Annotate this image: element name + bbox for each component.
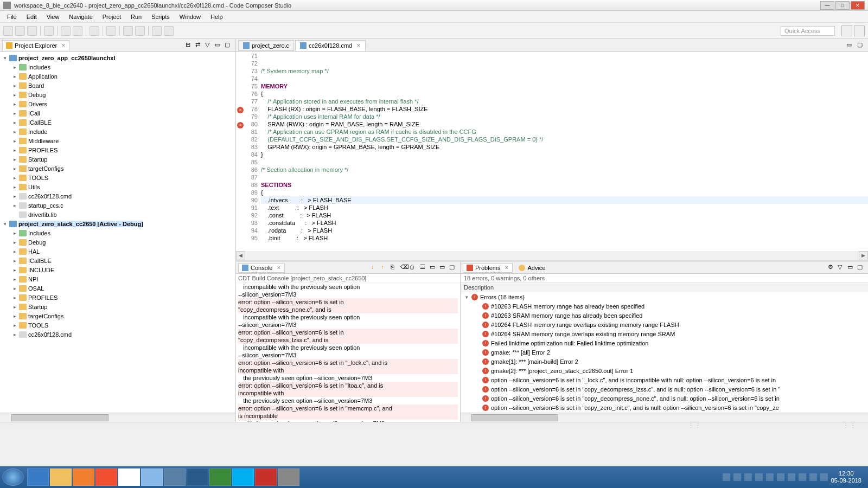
- problems-list[interactable]: ▾!Errors (18 items)!#10263 FLASH memory …: [461, 292, 868, 413]
- build-button[interactable]: [44, 26, 54, 36]
- console-tab[interactable]: Console ✕: [238, 263, 285, 273]
- tree-item[interactable]: ▸Startup: [0, 302, 235, 311]
- taskbar-media-icon[interactable]: [73, 468, 94, 486]
- sash-handle-icon[interactable]: ⋮⋮: [688, 422, 702, 428]
- tree-item[interactable]: ▸cc26x0f128.cmd: [0, 191, 235, 201]
- tree-item[interactable]: ▾project_zero_app_cc2650launchxl: [0, 53, 235, 62]
- close-button[interactable]: ✕: [851, 1, 865, 10]
- code-line[interactable]: /* Section allocation in memory */: [261, 166, 868, 174]
- close-icon[interactable]: ✕: [277, 265, 281, 271]
- code-line[interactable]: GPRAM (RWX): origin = GPRAM_BASE, length…: [261, 143, 868, 151]
- problem-item[interactable]: !gmake[2]: *** [project_zero_stack_cc265…: [461, 366, 868, 375]
- error-marker-icon[interactable]: ×: [237, 107, 244, 113]
- advice-tab[interactable]: Advice: [515, 263, 549, 273]
- view-menu-icon[interactable]: ▽: [838, 264, 846, 272]
- problem-item[interactable]: !option --silicon_version=6 is set in "c…: [461, 384, 868, 394]
- maximize-button[interactable]: □: [835, 1, 850, 10]
- problem-item[interactable]: !option --silicon_version=6 is set in "c…: [461, 403, 868, 412]
- code-line[interactable]: [261, 158, 868, 166]
- taskbar-pdf-icon[interactable]: [255, 468, 277, 486]
- taskbar-skype-icon[interactable]: [232, 468, 254, 486]
- project-explorer-tab[interactable]: Project Explorer ✕: [2, 40, 69, 50]
- taskbar-vbox-icon[interactable]: [278, 468, 299, 486]
- filter-icon[interactable]: ⚙: [828, 264, 837, 272]
- expand-icon[interactable]: ▸: [12, 111, 17, 116]
- menu-file[interactable]: File: [2, 12, 22, 22]
- maximize-panel-icon[interactable]: ▢: [225, 41, 233, 50]
- editor-tab[interactable]: project_zero.c: [238, 40, 294, 51]
- tree-item[interactable]: ▸Board: [0, 81, 235, 90]
- tree-item[interactable]: ▸Include: [0, 127, 235, 136]
- start-button[interactable]: [2, 468, 24, 486]
- sash-handle-icon[interactable]: ⋮⋮: [843, 422, 857, 428]
- horizontal-scrollbar[interactable]: [461, 413, 868, 422]
- code-line[interactable]: [261, 60, 868, 67]
- tree-item[interactable]: ▸cc26x0f128.cmd: [0, 330, 235, 339]
- problem-item[interactable]: !#10264 SRAM memory range overlaps exist…: [461, 329, 868, 338]
- tree-item[interactable]: ▸PROFILES: [0, 145, 235, 155]
- expand-icon[interactable]: ▸: [12, 175, 17, 181]
- tray-icon[interactable]: [766, 473, 774, 481]
- tree-item[interactable]: ▸Utils: [0, 182, 235, 191]
- problem-item[interactable]: !#10263 FLASH memory range has already b…: [461, 301, 868, 311]
- error-marker-icon[interactable]: ×: [237, 122, 244, 129]
- tree-item[interactable]: ▸Includes: [0, 228, 235, 237]
- expand-icon[interactable]: ▸: [12, 92, 17, 98]
- tray-icon[interactable]: [755, 473, 763, 481]
- taskbar-notepad-icon[interactable]: [141, 468, 163, 486]
- tray-flag-icon[interactable]: [820, 473, 828, 481]
- wizard-button[interactable]: [90, 26, 99, 36]
- menu-edit[interactable]: Edit: [22, 12, 42, 22]
- code-line[interactable]: .binit : > FLASH: [261, 234, 868, 242]
- menu-run[interactable]: Run: [126, 12, 146, 22]
- tree-item[interactable]: ▸TOOLS: [0, 173, 235, 182]
- tray-icon[interactable]: [723, 473, 730, 481]
- problem-item[interactable]: !gmake[1]: *** [main-build] Error 2: [461, 357, 868, 366]
- tree-item[interactable]: ▸targetConfigs: [0, 164, 235, 173]
- taskbar-ie-icon[interactable]: [27, 468, 49, 486]
- taskbar-vnc-icon[interactable]: [187, 468, 208, 486]
- expand-icon[interactable]: ▸: [12, 147, 17, 153]
- edit-button[interactable]: [123, 26, 133, 36]
- code-line[interactable]: /* Application uses internal RAM for dat…: [261, 113, 868, 120]
- editor-horizontal-scrollbar[interactable]: ◀▶: [236, 251, 868, 260]
- problems-group[interactable]: ▾!Errors (18 items): [461, 292, 868, 301]
- expand-icon[interactable]: ▸: [12, 184, 17, 190]
- taskbar-app-icon[interactable]: [209, 468, 231, 486]
- expand-icon[interactable]: ▸: [12, 240, 17, 245]
- expand-icon[interactable]: ▾: [2, 55, 8, 61]
- arrow-down-icon[interactable]: ↑: [381, 264, 390, 272]
- tree-item[interactable]: ▸ICall: [0, 108, 235, 118]
- clear-console-icon[interactable]: ⌫: [400, 264, 409, 272]
- maximize-panel-icon[interactable]: ▢: [857, 264, 866, 272]
- tree-item[interactable]: ▸ICallBLE: [0, 256, 235, 265]
- debug-button[interactable]: [61, 26, 71, 36]
- tree-item[interactable]: ▸TOOLS: [0, 320, 235, 330]
- maximize-editor-icon[interactable]: ▢: [857, 41, 866, 50]
- tray-network-icon[interactable]: [809, 473, 817, 481]
- taskbar-clock[interactable]: 12:30 05-09-2018: [831, 470, 861, 484]
- tray-icon[interactable]: [788, 473, 795, 481]
- expand-icon[interactable]: ▸: [12, 313, 17, 319]
- search-button[interactable]: [106, 26, 116, 36]
- tree-item[interactable]: ▾project_zero_stack_cc2650 [Active - Deb…: [0, 219, 235, 228]
- menu-window[interactable]: Window: [175, 12, 206, 22]
- expand-icon[interactable]: ▸: [12, 249, 17, 254]
- tray-icon[interactable]: [744, 473, 752, 481]
- code-line[interactable]: [261, 52, 868, 60]
- expand-icon[interactable]: ▸: [12, 194, 17, 199]
- problem-item[interactable]: !option --silicon_version=6 is set in "c…: [461, 394, 868, 403]
- problem-item[interactable]: !gmake: *** [all] Error 2: [461, 348, 868, 357]
- taskbar-firefox-icon[interactable]: [95, 468, 117, 486]
- tree-item[interactable]: ▸OSAL: [0, 284, 235, 293]
- editor-tab[interactable]: cc26x0f128.cmd✕: [295, 40, 366, 51]
- expand-icon[interactable]: ▸: [12, 267, 17, 273]
- code-line[interactable]: /* Application stored in and executes fr…: [261, 98, 868, 105]
- code-line[interactable]: .intvecs : > FLASH_BASE: [261, 196, 868, 204]
- tree-item[interactable]: ▸targetConfigs: [0, 311, 235, 320]
- expand-icon[interactable]: ▸: [12, 258, 17, 264]
- taskbar-ccs-icon[interactable]: [164, 468, 186, 486]
- tray-icon[interactable]: [777, 473, 784, 481]
- taskbar-chrome-icon[interactable]: [118, 468, 140, 486]
- expand-icon[interactable]: ▸: [12, 286, 17, 291]
